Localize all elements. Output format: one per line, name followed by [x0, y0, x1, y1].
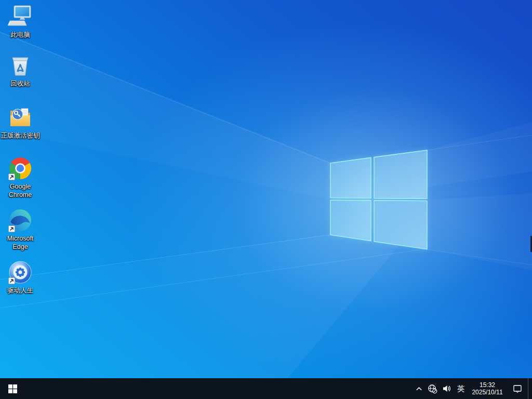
- notification-bubble-icon: [513, 384, 522, 393]
- this-pc-icon: [8, 4, 33, 29]
- edge-icon: [8, 208, 33, 233]
- show-desktop-button[interactable]: [528, 378, 532, 399]
- taskbar-empty-area: [25, 378, 413, 399]
- icon-label-activation-key-folder: 正版激活密钥: [1, 131, 40, 140]
- desktop-icon-recycle-bin[interactable]: 回收站: [1, 53, 40, 88]
- hidden-icons-button[interactable]: [413, 378, 425, 399]
- desktop-icon-this-pc[interactable]: 此电脑: [1, 4, 40, 39]
- recycle-bin-icon: [8, 53, 33, 78]
- system-tray: 英 15:32 2025/10/11: [413, 378, 532, 399]
- desktop-icon-google-chrome[interactable]: Google Chrome: [1, 156, 40, 200]
- clock-time: 15:32: [468, 381, 507, 389]
- speaker-icon: [442, 384, 451, 393]
- icon-label-driver-life: 驱动人生: [7, 286, 33, 295]
- volume-button[interactable]: [440, 378, 454, 399]
- gear-app-icon: [8, 260, 33, 285]
- icon-label-this-pc: 此电脑: [10, 31, 30, 39]
- chrome-icon: [8, 156, 33, 181]
- start-button[interactable]: [0, 378, 25, 399]
- network-status-button[interactable]: [425, 378, 440, 399]
- shortcut-arrow-icon: [8, 277, 15, 284]
- clock-date: 2025/10/11: [468, 389, 507, 396]
- windows-logo-icon: [8, 384, 17, 393]
- shortcut-arrow-icon: [8, 174, 15, 180]
- desktop-icon-activation-key-folder[interactable]: 正版激活密钥: [1, 105, 40, 140]
- icon-label-recycle-bin: 回收站: [10, 79, 30, 88]
- desktop-icon-microsoft-edge[interactable]: Microsoft Edge: [1, 208, 40, 251]
- shortcut-arrow-icon: [8, 225, 15, 232]
- ime-language-indicator[interactable]: 英: [454, 378, 468, 399]
- icon-label-microsoft-edge: Microsoft Edge: [7, 234, 34, 251]
- folder-key-icon: [8, 105, 33, 130]
- taskbar: 英 15:32 2025/10/11: [0, 378, 532, 399]
- chevron-up-icon: [415, 385, 423, 393]
- desktop-icon-driver-life[interactable]: 驱动人生: [1, 260, 40, 295]
- wallpaper-windows-logo-art: [0, 0, 532, 399]
- globe-no-internet-icon: [428, 384, 437, 394]
- desktop: 此电脑 回收站: [0, 0, 532, 399]
- action-center-button[interactable]: [507, 378, 528, 399]
- icon-label-google-chrome: Google Chrome: [9, 182, 32, 200]
- taskbar-clock[interactable]: 15:32 2025/10/11: [468, 378, 507, 399]
